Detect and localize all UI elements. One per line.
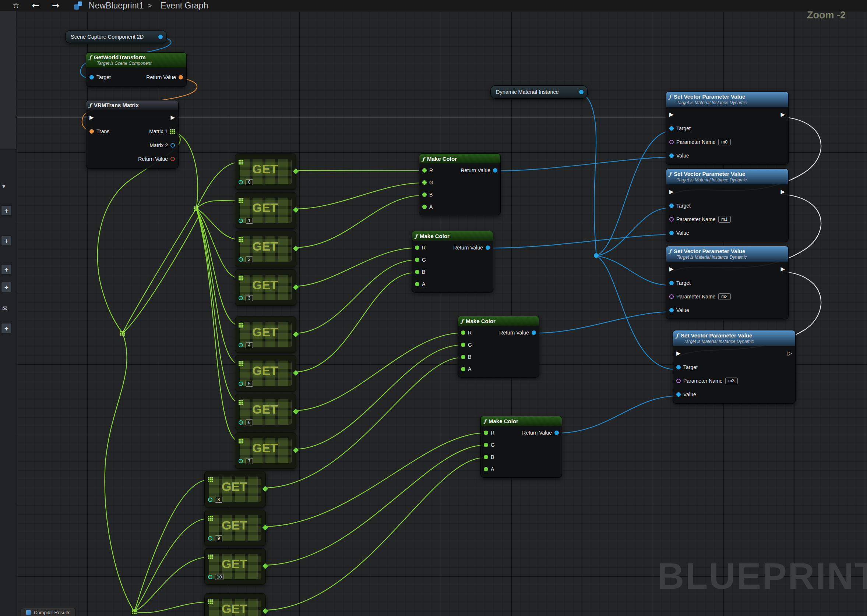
- matrix1-output-pin[interactable]: [170, 129, 175, 134]
- array-get-node[interactable]: GET 11: [205, 593, 266, 616]
- parameter-name-field[interactable]: m3: [725, 377, 738, 384]
- array-input-pin[interactable]: [239, 160, 243, 165]
- breadcrumb-blueprint[interactable]: NewBlueprint1: [89, 1, 144, 11]
- exec-out-pin[interactable]: [780, 266, 785, 272]
- array-get-node[interactable]: GET 2: [235, 231, 296, 267]
- index-value-field[interactable]: 4: [245, 342, 253, 348]
- index-value-field[interactable]: 2: [245, 256, 253, 262]
- array-input-pin[interactable]: [239, 361, 243, 366]
- array-get-node[interactable]: GET 6: [235, 394, 296, 430]
- add-button[interactable]: +: [1, 282, 12, 292]
- array-input-pin[interactable]: [239, 198, 243, 203]
- mail-icon[interactable]: ✉: [2, 305, 7, 312]
- element-output-pin[interactable]: [263, 486, 268, 492]
- index-value-field[interactable]: 7: [245, 458, 253, 464]
- chevron-down-icon[interactable]: ▾: [2, 182, 6, 190]
- make-color-node[interactable]: ƒMake Color R Return Value G B A: [419, 154, 501, 215]
- array-get-node[interactable]: GET 7: [235, 432, 296, 469]
- collapsed-panel[interactable]: [0, 11, 16, 149]
- value-input-pin[interactable]: [669, 154, 674, 158]
- exec-in-pin[interactable]: [669, 112, 674, 117]
- array-input-pin[interactable]: [239, 323, 243, 327]
- array-input-pin[interactable]: [239, 276, 243, 280]
- exec-in-pin[interactable]: [90, 115, 94, 120]
- element-output-pin[interactable]: [293, 168, 299, 174]
- index-value-field[interactable]: 8: [215, 497, 222, 503]
- variable-output-pin[interactable]: [579, 90, 584, 94]
- pin-a[interactable]: [484, 467, 488, 471]
- index-input-pin[interactable]: [208, 536, 212, 541]
- return-value-pin[interactable]: [554, 431, 559, 435]
- value-input-pin[interactable]: [669, 231, 674, 235]
- pin-a[interactable]: [422, 204, 427, 209]
- pin-g[interactable]: [484, 443, 488, 447]
- index-input-pin[interactable]: [208, 498, 212, 502]
- array-get-node[interactable]: GET 4: [235, 316, 296, 353]
- array-input-pin[interactable]: [239, 400, 243, 405]
- element-output-pin[interactable]: [293, 284, 299, 290]
- target-input-pin[interactable]: [669, 281, 674, 285]
- pin-g[interactable]: [422, 180, 427, 185]
- target-input-pin[interactable]: [669, 126, 674, 130]
- index-value-field[interactable]: 5: [245, 381, 253, 387]
- get-world-transform-node[interactable]: ƒGetWorldTransform Target is Scene Compo…: [86, 52, 187, 87]
- exec-out-pin[interactable]: [170, 115, 175, 120]
- exec-out-pin[interactable]: [787, 351, 792, 356]
- array-get-node[interactable]: GET 8: [205, 471, 266, 508]
- array-get-node[interactable]: GET 5: [235, 355, 296, 391]
- pin-a[interactable]: [415, 282, 419, 286]
- array-input-pin[interactable]: [208, 599, 213, 604]
- exec-in-pin[interactable]: [676, 351, 681, 356]
- parameter-name-pin[interactable]: [669, 140, 674, 144]
- array-input-pin[interactable]: [239, 237, 243, 242]
- parameter-name-pin[interactable]: [669, 294, 674, 299]
- return-value-pin[interactable]: [493, 168, 497, 173]
- matrix2-output-pin[interactable]: [170, 143, 175, 148]
- pin-r[interactable]: [415, 245, 419, 250]
- element-output-pin[interactable]: [263, 608, 268, 614]
- pin-g[interactable]: [415, 258, 419, 262]
- trans-input-pin[interactable]: [90, 129, 94, 134]
- index-input-pin[interactable]: [239, 257, 243, 262]
- parameter-name-pin[interactable]: [669, 217, 674, 222]
- index-value-field[interactable]: 10: [215, 574, 223, 580]
- variable-get-node[interactable]: Scene Capture Component 2D: [65, 30, 167, 43]
- index-input-pin[interactable]: [239, 382, 243, 386]
- element-output-pin[interactable]: [293, 370, 299, 376]
- reroute-node-matrix[interactable]: [132, 609, 137, 614]
- set-vector-parameter-node[interactable]: ƒSet Vector Parameter Value Target is Ma…: [666, 168, 788, 242]
- index-input-pin[interactable]: [239, 296, 243, 300]
- exec-out-pin[interactable]: [780, 112, 785, 117]
- index-value-field[interactable]: 0: [245, 179, 253, 185]
- target-input-pin[interactable]: [90, 75, 94, 80]
- array-input-pin[interactable]: [208, 555, 213, 559]
- pin-b[interactable]: [415, 270, 419, 274]
- parameter-name-field[interactable]: m2: [718, 293, 731, 300]
- reroute-node-matrix[interactable]: [120, 330, 125, 335]
- add-button[interactable]: +: [1, 323, 12, 333]
- array-get-node[interactable]: GET 10: [205, 548, 266, 585]
- breadcrumb-graph[interactable]: Event Graph: [160, 1, 208, 11]
- set-vector-parameter-node[interactable]: ƒSet Vector Parameter Value Target is Ma…: [666, 91, 788, 165]
- make-color-node[interactable]: ƒMake Color R Return Value G B A: [480, 416, 562, 478]
- return-value-pin[interactable]: [170, 157, 175, 161]
- variable-output-pin[interactable]: [158, 35, 163, 39]
- pin-b[interactable]: [422, 192, 427, 197]
- value-input-pin[interactable]: [669, 308, 674, 313]
- element-output-pin[interactable]: [293, 409, 299, 415]
- index-value-field[interactable]: 1: [245, 218, 253, 224]
- index-input-pin[interactable]: [239, 459, 243, 463]
- pin-b[interactable]: [484, 455, 488, 459]
- element-output-pin[interactable]: [293, 207, 299, 213]
- index-input-pin[interactable]: [239, 218, 243, 223]
- return-value-pin[interactable]: [532, 330, 536, 335]
- index-value-field[interactable]: 6: [245, 420, 253, 425]
- element-output-pin[interactable]: [293, 448, 299, 453]
- element-output-pin[interactable]: [293, 332, 299, 338]
- array-get-node[interactable]: GET 9: [205, 510, 266, 546]
- set-vector-parameter-node[interactable]: ƒSet Vector Parameter Value Target is Ma…: [666, 246, 788, 319]
- favorite-star-icon[interactable]: ☆: [13, 2, 19, 9]
- return-value-pin[interactable]: [179, 75, 183, 80]
- index-input-pin[interactable]: [239, 180, 243, 184]
- parameter-name-field[interactable]: m0: [718, 139, 731, 145]
